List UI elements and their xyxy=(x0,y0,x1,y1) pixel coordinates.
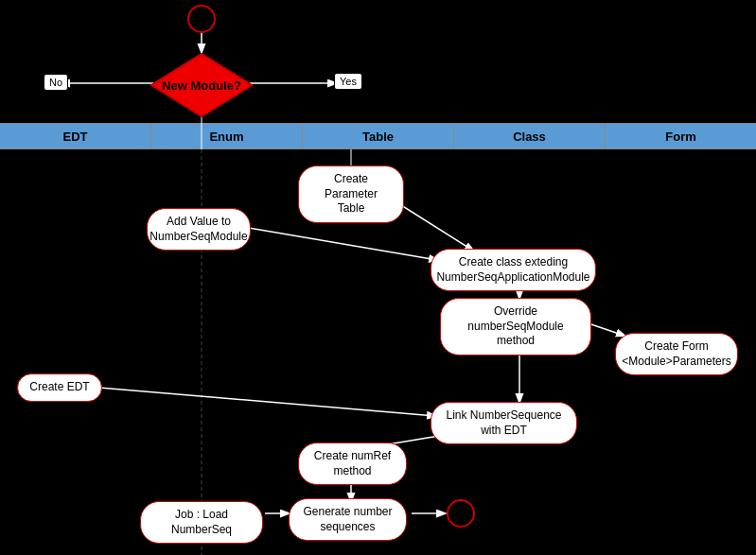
flowchart-container: EDT Enum Table Class Form xyxy=(0,0,756,555)
col-edt: EDT xyxy=(0,124,151,148)
svg-line-7 xyxy=(243,227,437,260)
header-row: EDT Enum Table Class Form xyxy=(0,123,756,149)
no-label: No xyxy=(44,74,68,91)
svg-line-11 xyxy=(99,388,435,416)
col-class: Class xyxy=(454,124,606,148)
start-circle xyxy=(187,5,216,33)
create-class-node: Create class extedingNumberSeqApplicatio… xyxy=(431,249,596,291)
generate-sequences-node: Generate numbersequences xyxy=(289,498,407,541)
link-numberseq-node: Link NumberSequencewith EDT xyxy=(431,402,577,444)
diamond-label: New Module? xyxy=(149,52,254,118)
diamond-new-module: New Module? xyxy=(149,52,254,118)
col-table: Table xyxy=(303,124,454,148)
add-value-node: Add Value toNumberSeqModule xyxy=(147,208,251,251)
create-edt-node: Create EDT xyxy=(17,373,102,402)
col-enum: Enum xyxy=(151,124,303,148)
end-circle xyxy=(447,499,475,528)
col-form: Form xyxy=(606,124,756,148)
create-numref-node: Create numRefmethod xyxy=(298,442,407,485)
job-load-node: Job : Load NumberSeq xyxy=(140,501,263,544)
override-method-node: OverridenumberSeqModule method xyxy=(440,298,591,356)
create-form-node: Create Form<Module>Parameters xyxy=(615,333,738,375)
yes-label: Yes xyxy=(334,73,362,90)
create-parameter-table: Create ParameterTable xyxy=(298,165,404,223)
